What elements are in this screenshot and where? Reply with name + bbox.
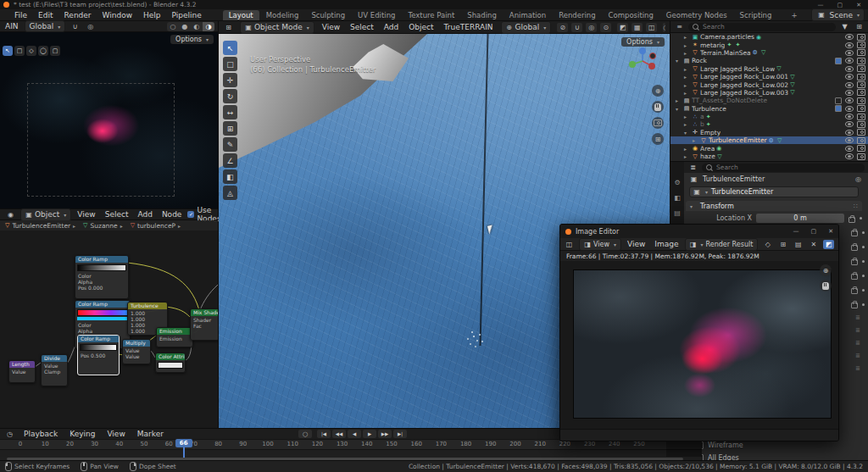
snap-icon[interactable]: ∪	[70, 22, 81, 31]
node-header-label[interactable]: Color Attribute	[156, 353, 185, 360]
node-header-label[interactable]: Length	[9, 361, 35, 368]
navigation-gizmo[interactable]	[627, 46, 658, 76]
render-visibility-icon[interactable]	[857, 65, 865, 72]
shader-type-dropdown[interactable]: ▣ Object ▾	[20, 208, 71, 221]
panel-handle-icon[interactable]: ≣	[855, 327, 860, 334]
properties-editor-icon[interactable]: ≣	[687, 163, 698, 172]
breadcrumb-item[interactable]: ▽ TurbulenceEmitter ▸	[5, 222, 80, 230]
image-selector[interactable]: ◨ ▾ Render Result	[685, 238, 759, 251]
playback-button[interactable]: ▶	[363, 430, 376, 438]
expand-chevron-icon[interactable]: ▸	[676, 97, 682, 103]
properties-search[interactable]	[702, 164, 865, 172]
panel-handle-icon[interactable]: ≣	[855, 353, 860, 359]
panel-handle-icon[interactable]: ≣	[855, 365, 860, 372]
item-label[interactable]: TurbulenceEmitter	[709, 136, 767, 144]
expand-chevron-icon[interactable]: ▸	[684, 121, 691, 127]
tool-button[interactable]: ∠	[223, 153, 237, 168]
camera-view-icon[interactable]	[652, 117, 664, 129]
lock-icon[interactable]	[851, 274, 858, 280]
render-visibility-icon[interactable]	[857, 81, 865, 88]
workspace-tab[interactable]: Rendering	[553, 10, 601, 20]
eye-visibility-icon[interactable]	[845, 153, 854, 159]
location-x-value[interactable]: 0 m	[756, 214, 844, 223]
timeline-menu-item[interactable]: Keying	[68, 430, 98, 438]
expand-chevron-icon[interactable]: ▾	[676, 106, 682, 112]
workspace-tab[interactable]: Animation	[504, 10, 552, 20]
expand-chevron-icon[interactable]: ▸	[684, 42, 691, 48]
color-ramp-gradient[interactable]	[80, 344, 117, 351]
open-image-icon[interactable]: ▤	[793, 240, 804, 249]
editor-type-icon[interactable]: ◫	[564, 240, 575, 249]
zoom-icon[interactable]: ⊕	[652, 85, 664, 97]
new-image-icon[interactable]: ⊞	[777, 240, 788, 249]
eye-visibility-icon[interactable]	[845, 58, 854, 64]
panel-menu-icon[interactable]: ∷	[854, 203, 858, 210]
expand-chevron-icon[interactable]: ▾	[684, 130, 691, 136]
current-frame-indicator[interactable]: 66	[175, 439, 192, 447]
workspace-tab[interactable]: UV Editing	[352, 10, 401, 20]
lock-icon[interactable]	[851, 288, 858, 294]
playback-button[interactable]: ◀	[348, 430, 361, 438]
transform-orientation-dropdown[interactable]: ⊕ Global ▾	[501, 21, 552, 34]
tool-button[interactable]: ✎	[223, 137, 237, 152]
expand-chevron-icon[interactable]: ▸	[684, 74, 691, 80]
timeline-channels[interactable]	[0, 449, 702, 457]
tool-button[interactable]: ↖	[3, 46, 13, 56]
breadcrumb-item[interactable]: ▽ Suzanne ▸	[83, 222, 127, 230]
outliner-search[interactable]	[688, 23, 836, 31]
tool-button[interactable]: ◇	[26, 46, 36, 56]
pan-hand-icon[interactable]	[820, 280, 832, 292]
item-label[interactable]: Terrain.MainSea	[700, 49, 751, 57]
window-control-button[interactable]: —	[793, 228, 799, 235]
outliner-row[interactable]: ▸ Large Jagged Rock_Low.003	[670, 89, 868, 97]
outliner-row[interactable]: ▾ Empty	[670, 129, 868, 136]
animate-dot-icon[interactable]	[862, 303, 865, 306]
header-icon-button[interactable]: ▦	[632, 23, 643, 32]
pin-icon[interactable]: ◎	[853, 175, 864, 184]
viewport-menu-item[interactable]: TrueTERRAIN	[442, 23, 495, 31]
outliner-row[interactable]: ▸ Large Jagged Rock_Low.002	[670, 81, 868, 88]
timeline-menu-item[interactable]: Marker	[136, 430, 167, 438]
transform-panel-header[interactable]: ▾ Transform ∷	[686, 201, 862, 211]
tool-button[interactable]: ⊞	[223, 121, 237, 136]
item-label[interactable]: Large Jagged Rock_Low	[700, 65, 775, 73]
viewport-menu-item[interactable]: Select	[348, 23, 376, 31]
unlink-icon[interactable]: ✕	[808, 240, 819, 249]
shader-node[interactable]: Color Ramp Color Alpha Pos 0.000	[75, 255, 129, 299]
outliner-row[interactable]: ▸ Terrain.MainSea	[670, 49, 868, 57]
node-header-label[interactable]: Color Ramp	[75, 256, 128, 263]
node-header-label[interactable]: Turbulence	[128, 303, 167, 309]
outliner-row[interactable]: ▸ a	[670, 113, 868, 120]
window-control-button[interactable]: ✕	[856, 2, 861, 8]
outliner-row[interactable]: ▸ Area	[670, 144, 868, 152]
tool-button[interactable]: □	[223, 57, 237, 71]
expand-chevron-icon[interactable]: ▸	[684, 114, 691, 119]
pan-hand-icon[interactable]	[652, 101, 664, 113]
viewport-menu-item[interactable]: View	[320, 23, 342, 31]
shader-node[interactable]: Mix Shader Shader Fac	[190, 308, 218, 341]
color-ramp-gradient[interactable]	[77, 309, 128, 316]
outliner-row[interactable]: ▾ Turbulence	[670, 105, 868, 113]
workspace-tab[interactable]: Sculpting	[305, 10, 351, 20]
panel-handle-icon[interactable]: ≣	[855, 314, 860, 321]
node-editor-menu-item[interactable]: Select	[103, 210, 131, 219]
shader-node[interactable]: Color Ramp Pos 0.500	[77, 335, 120, 375]
eye-visibility-icon[interactable]	[845, 66, 854, 72]
tool-button[interactable]: ▢	[50, 46, 60, 56]
outliner-row[interactable]: ▸ TurbulenceEmitter	[670, 136, 868, 144]
eye-visibility-icon[interactable]	[845, 146, 854, 152]
header-icon-button[interactable]: ◩	[617, 23, 628, 32]
item-label[interactable]: metarig	[700, 42, 725, 49]
animate-dot-icon[interactable]	[862, 275, 865, 277]
item-label[interactable]: Empty	[700, 129, 721, 136]
eye-visibility-icon[interactable]	[845, 42, 854, 48]
render-visibility-icon[interactable]	[857, 97, 865, 104]
orientation-dropdown[interactable]: Global ▾	[25, 20, 66, 32]
workspace-tab[interactable]: Compositing	[603, 10, 659, 20]
image-editor-title-bar[interactable]: Image Editor —▢✕	[560, 225, 838, 238]
header-icon-button[interactable]: ⊘	[557, 23, 568, 32]
workspace-tab[interactable]: Shading	[461, 10, 503, 20]
view-mode-dropdown[interactable]: ◨ View ▾	[579, 238, 621, 251]
render-visibility-icon[interactable]	[857, 49, 865, 56]
shader-node[interactable]: Multiply Value Value	[122, 339, 151, 364]
